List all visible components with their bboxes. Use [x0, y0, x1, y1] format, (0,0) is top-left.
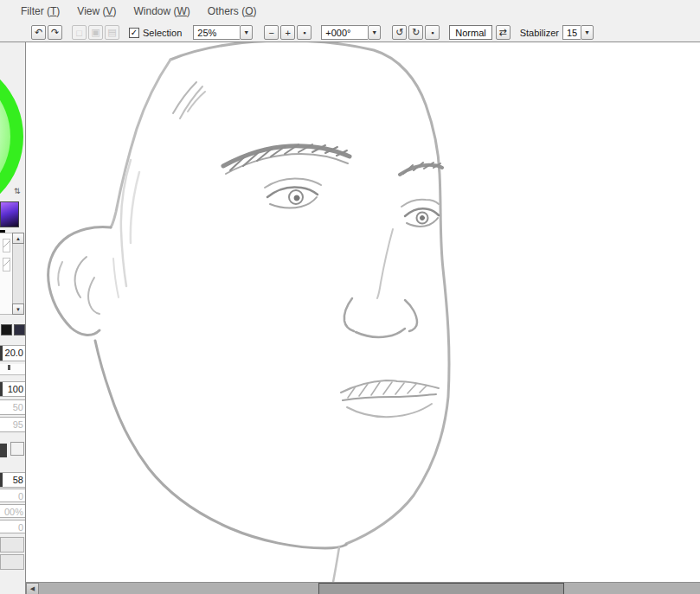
zoom-combo: 25% ▼: [193, 25, 253, 40]
setting-text-2: 0: [18, 491, 23, 501]
horizontal-scrollbar-thumb[interactable]: [318, 583, 564, 594]
zoom-value[interactable]: 25%: [193, 25, 240, 40]
menu-item-others[interactable]: Others (O): [199, 0, 266, 23]
selection-label: Selection: [143, 28, 182, 38]
zoom-out-button[interactable]: −: [264, 25, 279, 40]
setting-value-4[interactable]: 0: [0, 520, 26, 533]
tool-icon[interactable]: [3, 258, 10, 271]
selection-op-button-1[interactable]: □: [72, 25, 87, 40]
setting-text-4: 0: [18, 522, 23, 533]
stabilizer-combo: 15 ▼: [562, 25, 594, 40]
menu-item-window[interactable]: Window (W): [125, 0, 198, 23]
left-panel: ⇅ ▲ ▼ 20.0 100 50: [0, 42, 26, 594]
swap-colors-icon[interactable]: ⇅: [14, 187, 21, 195]
blend-mode-button[interactable]: Normal: [449, 25, 491, 40]
tool-palette: [0, 233, 12, 315]
menu-bar: Filter (T)View (V)Window (W)Others (O): [0, 0, 700, 23]
stabilizer-dropdown-arrow-icon[interactable]: ▼: [581, 25, 594, 40]
setting-value-3[interactable]: 00%: [0, 504, 26, 518]
stabilizer-label: Stabilizer: [520, 28, 559, 38]
tool-scroll-track[interactable]: [12, 244, 24, 303]
angle-dropdown-arrow-icon[interactable]: ▼: [368, 25, 381, 40]
angle-combo: +000° ▼: [321, 25, 381, 40]
undo-button[interactable]: ↶: [31, 25, 46, 40]
background-color-swatch[interactable]: [14, 324, 25, 335]
app-window: Filter (T)View (V)Window (W)Others (O) ↶…: [0, 0, 700, 42]
scroll-up-icon[interactable]: ▲: [12, 233, 24, 244]
selection-checkbox[interactable]: ✓: [129, 28, 139, 38]
zoom-reset-button[interactable]: ▪: [297, 25, 311, 40]
panel-bottom-icon[interactable]: [0, 554, 24, 570]
tool-icon[interactable]: [3, 239, 10, 252]
zoom-in-button[interactable]: +: [280, 25, 295, 40]
zoom-dropdown-arrow-icon[interactable]: ▼: [240, 25, 253, 40]
slider-fill: [0, 346, 3, 361]
scroll-left-icon[interactable]: ◀: [26, 583, 39, 594]
setting-text-3: 00%: [4, 507, 23, 517]
angle-value[interactable]: +000°: [321, 25, 368, 40]
redo-button[interactable]: ↷: [48, 25, 62, 40]
brush-size-value[interactable]: 20.0: [0, 345, 26, 361]
selection-op-button-3[interactable]: ▤: [105, 25, 119, 40]
opacity-value[interactable]: 100: [0, 381, 26, 397]
min-size-text: 50: [13, 402, 23, 412]
panel-fragment-icon: [10, 442, 24, 456]
stabilizer-value[interactable]: 15: [562, 25, 581, 40]
menu-item-view[interactable]: View (V): [68, 0, 125, 23]
slider-fill: [0, 473, 3, 487]
panel-bottom-icon[interactable]: [0, 537, 24, 552]
rotate-cw-button[interactable]: ↻: [408, 25, 423, 40]
color-swatch[interactable]: [0, 201, 19, 227]
scroll-down-icon[interactable]: ▼: [12, 303, 24, 315]
foreground-color-swatch[interactable]: [1, 324, 12, 335]
min-size-value[interactable]: 50: [0, 399, 26, 415]
menu-item-filter[interactable]: Filter (T): [12, 0, 68, 23]
horizontal-scrollbar[interactable]: ◀: [26, 582, 700, 594]
setting-value-2[interactable]: 0: [0, 489, 26, 502]
main-region: ⇅ ▲ ▼ 20.0 100 50: [0, 42, 700, 594]
rotate-reset-button[interactable]: ▪: [425, 25, 440, 40]
brush-size-slider[interactable]: [0, 364, 26, 375]
panel-fragment-icon: [0, 444, 7, 457]
setting-value-1[interactable]: 58: [0, 472, 26, 488]
selection-op-button-2[interactable]: ▣: [88, 25, 103, 40]
brush-size-text: 20.0: [5, 348, 23, 358]
flip-horizontal-button[interactable]: ⇄: [496, 25, 511, 40]
toolbar: ↶ ↷ □ ▣ ▤ ✓ Selection 25% ▼ − + ▪ +000° …: [0, 23, 700, 42]
density-text: 95: [13, 419, 23, 430]
canvas-drawing[interactable]: [26, 42, 700, 582]
density-value[interactable]: 95: [0, 417, 26, 432]
canvas-area: ◀: [26, 42, 700, 594]
slider-tick: [8, 365, 10, 370]
rotate-ccw-button[interactable]: ↺: [392, 25, 407, 40]
slider-fill: [0, 382, 3, 396]
setting-text-1: 58: [13, 475, 23, 485]
opacity-text: 100: [8, 384, 23, 394]
